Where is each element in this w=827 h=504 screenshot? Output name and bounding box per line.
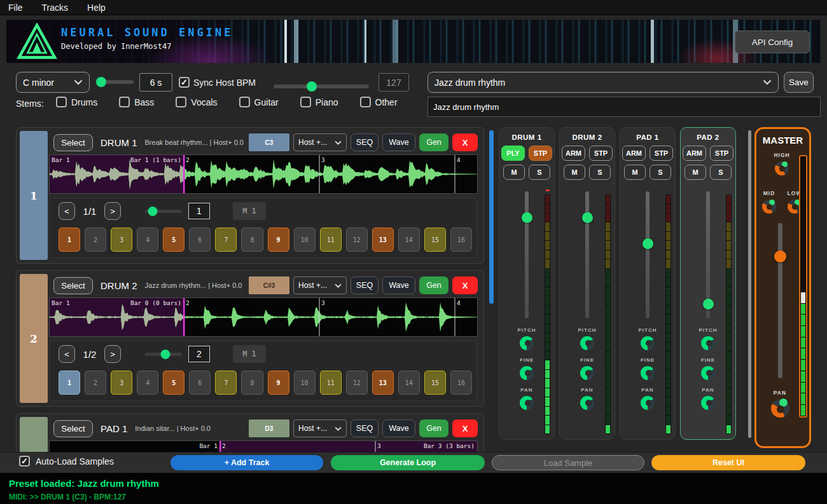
length-slider[interactable]: [97, 80, 134, 84]
stem-checkbox-drums[interactable]: [56, 97, 67, 107]
fine-knob[interactable]: [580, 366, 594, 380]
fine-knob[interactable]: [520, 366, 534, 380]
arm-button[interactable]: ARM: [622, 146, 646, 161]
step-15[interactable]: 15: [424, 228, 446, 252]
volume-fader[interactable]: [525, 191, 529, 318]
step-13[interactable]: 13: [372, 371, 394, 395]
page-value[interactable]: 2: [188, 346, 210, 362]
step-5[interactable]: 5: [163, 228, 184, 252]
bpm-slider[interactable]: [274, 85, 369, 88]
step-4[interactable]: 4: [137, 371, 158, 395]
volume-fader[interactable]: [585, 191, 589, 318]
host-select[interactable]: Host +...: [293, 419, 347, 437]
master-pan-knob[interactable]: [771, 399, 789, 418]
api-config-button[interactable]: API Config: [735, 31, 810, 53]
stp-button[interactable]: STP: [589, 146, 613, 161]
step-2[interactable]: 2: [85, 228, 106, 252]
pan-knob[interactable]: [701, 396, 715, 410]
step-7[interactable]: 7: [215, 371, 237, 395]
volume-fader-knob[interactable]: [582, 212, 593, 223]
step-15[interactable]: 15: [424, 371, 446, 395]
length-value[interactable]: 6 s: [139, 73, 172, 92]
stem-checkbox-vocals[interactable]: [176, 97, 186, 107]
host-select[interactable]: Host +...: [293, 276, 347, 294]
page-slider[interactable]: [145, 353, 182, 356]
stem-checkbox-other[interactable]: [360, 97, 371, 107]
reset-ui-button[interactable]: Reset UI: [651, 455, 805, 470]
stp-button[interactable]: STP: [529, 146, 552, 161]
step-11[interactable]: 11: [320, 371, 342, 395]
select-button[interactable]: Select: [53, 277, 93, 294]
seq-button[interactable]: SEQ: [351, 419, 379, 437]
step-14[interactable]: 14: [398, 371, 420, 395]
step-6[interactable]: 6: [189, 371, 211, 395]
stem-checkbox-guitar[interactable]: [239, 97, 250, 107]
mute-button[interactable]: M: [564, 165, 585, 180]
step-1[interactable]: 1: [59, 228, 80, 252]
fine-knob[interactable]: [641, 366, 655, 380]
select-button[interactable]: Select: [53, 134, 93, 151]
solo-button[interactable]: S: [650, 165, 671, 180]
fine-knob[interactable]: [701, 366, 715, 380]
volume-fader-knob[interactable]: [643, 238, 653, 249]
pitch-knob[interactable]: [520, 336, 534, 350]
step-9[interactable]: 9: [268, 371, 289, 395]
step-9[interactable]: 9: [268, 228, 289, 252]
menu-tracks[interactable]: Tracks: [32, 3, 78, 13]
ply-button[interactable]: PLY: [501, 146, 525, 161]
step-10[interactable]: 10: [294, 371, 316, 395]
solo-button[interactable]: S: [710, 165, 732, 180]
menu-file[interactable]: File: [0, 3, 32, 13]
pan-knob[interactable]: [580, 396, 594, 410]
mid-knob[interactable]: [762, 200, 776, 214]
step-14[interactable]: 14: [398, 228, 420, 252]
stem-checkbox-piano[interactable]: [300, 97, 311, 107]
master-fader-knob[interactable]: [774, 250, 786, 262]
next-page-button[interactable]: >: [104, 202, 121, 220]
wave-button[interactable]: Wave: [382, 133, 415, 151]
delete-track-button[interactable]: X: [452, 419, 478, 437]
gen-button[interactable]: Gen: [419, 419, 448, 437]
prev-page-button[interactable]: <: [59, 345, 75, 363]
master-fader[interactable]: [778, 223, 782, 378]
step-2[interactable]: 2: [85, 371, 106, 395]
mute-button[interactable]: M: [685, 165, 706, 180]
prev-page-button[interactable]: <: [59, 202, 75, 220]
page-value[interactable]: 1: [188, 203, 210, 219]
step-4[interactable]: 4: [137, 228, 158, 252]
volume-fader-knob[interactable]: [703, 299, 714, 310]
seq-button[interactable]: SEQ: [351, 276, 379, 294]
sync-checkbox[interactable]: [179, 77, 190, 88]
note-badge[interactable]: C#3: [249, 276, 289, 294]
solo-button[interactable]: S: [589, 165, 611, 180]
step-7[interactable]: 7: [215, 228, 237, 252]
preset-name-input[interactable]: [427, 97, 821, 117]
step-5[interactable]: 5: [163, 371, 184, 395]
page-slider[interactable]: [145, 210, 182, 213]
autoload-checkbox[interactable]: [19, 456, 30, 467]
step-8[interactable]: 8: [241, 371, 263, 395]
stp-button[interactable]: STP: [710, 146, 733, 161]
step-13[interactable]: 13: [372, 228, 394, 252]
step-3[interactable]: 3: [111, 228, 132, 252]
next-page-button[interactable]: >: [104, 345, 121, 363]
track-color-strip[interactable]: 3: [20, 417, 48, 452]
seq-button[interactable]: SEQ: [351, 133, 379, 151]
arm-button[interactable]: ARM: [562, 146, 585, 161]
pitch-knob[interactable]: [580, 336, 594, 350]
stp-button[interactable]: STP: [650, 146, 673, 161]
track-color-strip[interactable]: 2: [20, 274, 48, 403]
step-1[interactable]: 1: [59, 371, 80, 395]
delete-track-button[interactable]: X: [452, 276, 478, 294]
wave-button[interactable]: Wave: [382, 419, 415, 437]
arm-button[interactable]: ARM: [683, 146, 706, 161]
mute-button[interactable]: M: [503, 165, 525, 180]
note-badge[interactable]: D3: [249, 419, 289, 437]
pan-knob[interactable]: [520, 396, 534, 410]
stem-checkbox-bass[interactable]: [119, 97, 130, 107]
step-6[interactable]: 6: [189, 228, 211, 252]
host-select[interactable]: Host +...: [293, 133, 347, 151]
preset-select[interactable]: Jazz drum rhythm: [427, 72, 779, 93]
step-16[interactable]: 16: [450, 228, 472, 252]
key-select[interactable]: C minor: [16, 72, 90, 93]
